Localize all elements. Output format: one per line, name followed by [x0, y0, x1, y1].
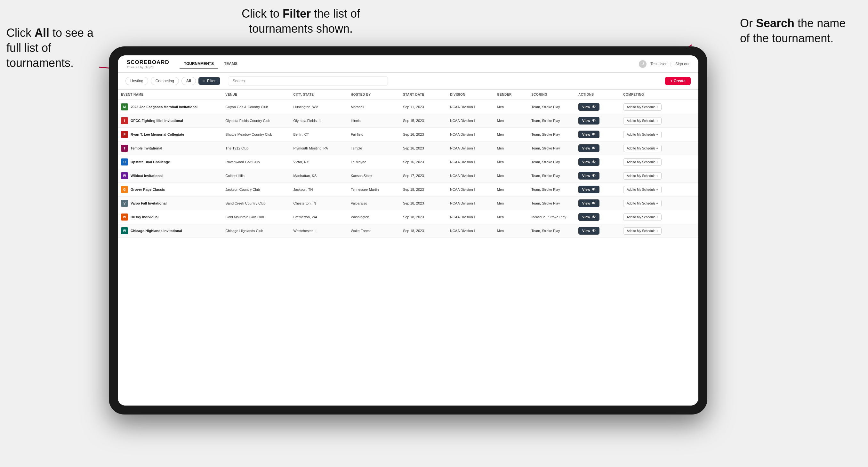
view-button-2[interactable]: View 👁 [578, 117, 599, 125]
add-schedule-button-1[interactable]: Add to My Schedule + [623, 103, 661, 111]
scoring-cell-6: Team, Stroke Play [528, 169, 575, 183]
view-button-9[interactable]: View 👁 [578, 213, 599, 221]
add-schedule-button-3[interactable]: Add to My Schedule + [623, 131, 661, 138]
sign-out-link[interactable]: Sign out [675, 62, 689, 66]
actions-cell-9: View 👁 [575, 210, 620, 224]
col-header-date: START DATE [400, 90, 447, 100]
scoring-cell-1: Team, Stroke Play [528, 100, 575, 114]
event-name-cell-4: T Temple Invitational [118, 142, 222, 155]
actions-cell-10: View 👁 [575, 224, 620, 238]
view-label-7: View [582, 188, 590, 191]
competing-cell-1: Add to My Schedule + [620, 100, 699, 114]
city-cell-9: Bremerton, WA [290, 210, 347, 224]
city-cell-10: Westchester, IL [290, 224, 347, 238]
actions-cell-5: View 👁 [575, 155, 620, 169]
hosted-cell-1: Marshall [348, 100, 400, 114]
col-header-division: DIVISION [447, 90, 494, 100]
gender-cell-1: Men [494, 100, 528, 114]
view-label-1: View [582, 105, 590, 109]
hosted-cell-3: Fairfield [348, 128, 400, 142]
competing-filter-button[interactable]: Competing [151, 77, 179, 85]
search-input[interactable] [228, 76, 388, 86]
view-button-6[interactable]: View 👁 [578, 172, 599, 180]
city-cell-1: Huntington, WV [290, 100, 347, 114]
eye-icon-8: 👁 [592, 201, 596, 206]
table-row: T Temple Invitational The 1912 Club Plym… [118, 142, 699, 155]
view-button-7[interactable]: View 👁 [578, 186, 599, 193]
view-label-2: View [582, 119, 590, 123]
competing-cell-8: Add to My Schedule + [620, 196, 699, 210]
nav-tab-tournaments[interactable]: TOURNAMENTS [180, 60, 218, 68]
division-cell-6: NCAA Division I [447, 169, 494, 183]
gender-cell-6: Men [494, 169, 528, 183]
event-name-text-2: OFCC Fighting Illini Invitational [131, 119, 183, 123]
table-row: W Chicago Highlands Invitational Chicago… [118, 224, 699, 238]
add-schedule-button-5[interactable]: Add to My Schedule + [623, 158, 661, 166]
add-schedule-label-6: Add to My Schedule + [627, 174, 658, 178]
nav-tab-teams[interactable]: TEAMS [220, 60, 242, 68]
add-schedule-button-8[interactable]: Add to My Schedule + [623, 200, 661, 207]
date-cell-2: Sep 15, 2023 [400, 114, 447, 128]
actions-cell-3: View 👁 [575, 128, 620, 142]
team-logo-1: M [121, 103, 128, 111]
view-button-5[interactable]: View 👁 [578, 158, 599, 166]
add-schedule-button-4[interactable]: Add to My Schedule + [623, 145, 661, 152]
division-cell-5: NCAA Division I [447, 155, 494, 169]
gender-cell-10: Men [494, 224, 528, 238]
filter-bar: Hosting Competing All ≡ Filter + Create [118, 73, 699, 90]
add-schedule-button-10[interactable]: Add to My Schedule + [623, 227, 661, 235]
add-schedule-button-7[interactable]: Add to My Schedule + [623, 186, 661, 193]
team-logo-4: T [121, 145, 128, 152]
hosted-cell-5: Le Moyne [348, 155, 400, 169]
eye-icon-6: 👁 [592, 174, 596, 178]
gender-cell-8: Men [494, 196, 528, 210]
add-schedule-label-3: Add to My Schedule + [627, 133, 658, 136]
event-name-text-1: 2023 Joe Feaganes Marshall Invitational [131, 105, 197, 109]
venue-cell-5: Ravenwood Golf Club [222, 155, 290, 169]
division-cell-10: NCAA Division I [447, 224, 494, 238]
event-name-text-9: Husky Individual [131, 215, 158, 219]
eye-icon-7: 👁 [592, 187, 596, 192]
team-logo-6: W [121, 172, 128, 179]
add-schedule-button-9[interactable]: Add to My Schedule + [623, 214, 661, 221]
venue-cell-1: Guyan Golf & Country Club [222, 100, 290, 114]
add-schedule-label-1: Add to My Schedule + [627, 105, 658, 109]
event-name-text-5: Upstate Dual Challenge [131, 160, 170, 164]
city-cell-4: Plymouth Meeting, PA [290, 142, 347, 155]
team-logo-5: U [121, 158, 128, 165]
date-cell-1: Sep 11, 2023 [400, 100, 447, 114]
view-button-3[interactable]: View 👁 [578, 131, 599, 138]
col-header-competing: COMPETING [620, 90, 699, 100]
add-schedule-button-2[interactable]: Add to My Schedule + [623, 117, 661, 125]
date-cell-8: Sep 18, 2023 [400, 196, 447, 210]
view-button-4[interactable]: View 👁 [578, 144, 599, 152]
scoring-cell-2: Team, Stroke Play [528, 114, 575, 128]
venue-cell-7: Jackson Country Club [222, 183, 290, 196]
add-schedule-button-6[interactable]: Add to My Schedule + [623, 172, 661, 180]
all-filter-button[interactable]: All [182, 77, 196, 85]
event-name-cell-7: G Grover Page Classic [118, 183, 222, 196]
hosting-filter-button[interactable]: Hosting [125, 77, 148, 85]
division-cell-9: NCAA Division I [447, 210, 494, 224]
team-logo-3: F [121, 131, 128, 138]
view-label-8: View [582, 201, 590, 205]
date-cell-3: Sep 16, 2023 [400, 128, 447, 142]
view-button-8[interactable]: View 👁 [578, 199, 599, 207]
view-button-1[interactable]: View 👁 [578, 103, 599, 111]
division-cell-4: NCAA Division I [447, 142, 494, 155]
view-button-10[interactable]: View 👁 [578, 227, 599, 235]
team-logo-8: V [121, 200, 128, 207]
event-name-cell-8: V Valpo Fall Invitational [118, 196, 222, 210]
venue-cell-10: Chicago Highlands Club [222, 224, 290, 238]
scoring-cell-8: Team, Stroke Play [528, 196, 575, 210]
create-button[interactable]: + Create [665, 77, 691, 85]
competing-cell-4: Add to My Schedule + [620, 142, 699, 155]
filter-main-button[interactable]: ≡ Filter [198, 77, 220, 85]
city-cell-2: Olympia Fields, IL [290, 114, 347, 128]
event-name-cell-2: I OFCC Fighting Illini Invitational [118, 114, 222, 128]
eye-icon-5: 👁 [592, 160, 596, 164]
scoring-cell-7: Team, Stroke Play [528, 183, 575, 196]
table-row: G Grover Page Classic Jackson Country Cl… [118, 183, 699, 196]
view-label-4: View [582, 146, 590, 150]
scoring-cell-4: Team, Stroke Play [528, 142, 575, 155]
